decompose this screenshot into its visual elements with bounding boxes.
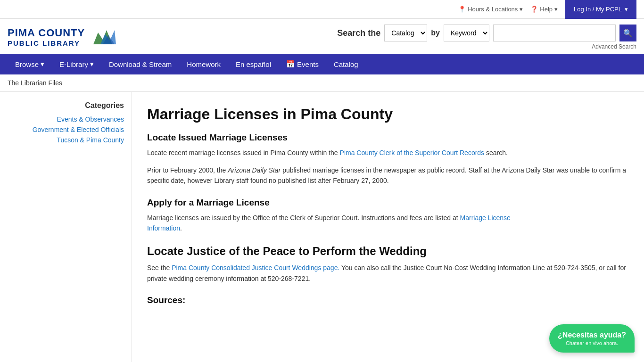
keyword-select[interactable]: Keyword [444, 25, 489, 41]
search-input[interactable] [493, 25, 616, 41]
article-paragraph-locate-2: Prior to February 2000, the Arizona Dail… [147, 165, 629, 186]
nav-homework-label: Homework [187, 60, 221, 68]
logo-pima: PIMA COUNTY [8, 27, 85, 39]
search-label: Search the [337, 28, 380, 38]
help-chevron: ▾ [554, 6, 558, 13]
nav-download-stream[interactable]: Download & Stream [101, 54, 179, 74]
help-link[interactable]: ❓ Help ▾ [530, 6, 558, 13]
advanced-search-link[interactable]: Advanced Search [592, 43, 636, 50]
search-area: Search the Catalog by Keyword 🔍 Advanced… [126, 25, 636, 50]
marriage-license-info-link[interactable]: Marriage LicenseInformation [147, 214, 511, 232]
list-item: Tucson & Pima County [8, 136, 124, 144]
nav-elibrary-arrow: ▾ [90, 60, 94, 68]
nav-elibrary-label: E-Library [59, 60, 88, 68]
article-section-justice: Locate Justice of the Peace to Perform t… [147, 245, 629, 284]
search-row: Search the Catalog by Keyword 🔍 [126, 25, 636, 41]
help-label: Help [540, 6, 553, 13]
nav-browse-arrow: ▾ [41, 60, 44, 68]
section-heading-locate: Locate Issued Marriage Licenses [147, 132, 629, 143]
sidebar-links: Events & Observances Government & Electe… [8, 115, 124, 144]
nav-elibrary[interactable]: E-Library ▾ [52, 54, 101, 74]
nav-events[interactable]: 📅 Events [279, 54, 326, 74]
hours-label: Hours & Locations [468, 6, 518, 13]
header: PIMA COUNTY PUBLIC LIBRARY Search the Ca… [0, 19, 644, 54]
nav-catalog[interactable]: Catalog [326, 54, 366, 74]
article-section-apply: Apply for a Marriage License Marriage li… [147, 197, 629, 234]
section-heading-apply: Apply for a Marriage License [147, 197, 629, 208]
article-title: Marriage Licenses in Pima County [147, 105, 629, 123]
logo-area: PIMA COUNTY PUBLIC LIBRARY [8, 25, 117, 49]
sidebar-link-government[interactable]: Government & Elected Officials [33, 126, 124, 133]
sidebar-title: Categories [8, 101, 124, 110]
nav-espanol[interactable]: En español [228, 54, 279, 74]
article-area: Marriage Licenses in Pima County Locate … [132, 92, 644, 362]
hours-chevron: ▾ [520, 6, 523, 13]
logo-text: PIMA COUNTY PUBLIC LIBRARY [8, 27, 85, 48]
section-heading-sources: Sources: [147, 295, 629, 305]
list-item: Events & Observances [8, 115, 124, 123]
superior-court-records-link[interactable]: Pima County Clerk of the Superior Court … [340, 149, 485, 156]
main-content: Categories Events & Observances Governme… [0, 92, 644, 362]
top-bar: 📍 Hours & Locations ▾ ❓ Help ▾ Log In / … [0, 0, 644, 19]
sidebar: Categories Events & Observances Governme… [0, 92, 132, 362]
list-item: Government & Elected Officials [8, 126, 124, 133]
article-section-sources: Sources: [147, 295, 629, 305]
section-heading-justice: Locate Justice of the Peace to Perform t… [147, 245, 629, 258]
help-icon: ❓ [530, 6, 538, 13]
article-paragraph-locate-1: Locate recent marriage licenses issued i… [147, 148, 629, 158]
chat-bubble[interactable]: ¿Necesitas ayuda? Chatear en vivo ahora. [549, 324, 635, 353]
nav-download-stream-label: Download & Stream [109, 60, 172, 68]
nav-homework[interactable]: Homework [179, 54, 228, 74]
article-paragraph-justice: See the Pima County Consolidated Justice… [147, 263, 629, 284]
nav-bar: Browse ▾ E-Library ▾ Download & Stream H… [0, 54, 644, 74]
login-arrow-icon: ▾ [625, 6, 628, 13]
nav-browse[interactable]: Browse ▾ [8, 54, 52, 74]
hours-locations-link[interactable]: 📍 Hours & Locations ▾ [458, 6, 523, 13]
calendar-icon: 📅 [286, 60, 295, 68]
nav-catalog-label: Catalog [334, 60, 358, 68]
nav-events-label: Events [297, 60, 319, 68]
logo-icon [89, 25, 117, 49]
sidebar-link-tucson[interactable]: Tucson & Pima County [57, 136, 124, 144]
article-section-locate: Locate Issued Marriage Licenses Locate r… [147, 132, 629, 186]
breadcrumb: The Librarian Files [0, 74, 644, 92]
chat-main-text: ¿Necesitas ayuda? [558, 331, 626, 339]
by-label: by [431, 29, 440, 37]
article-paragraph-apply: Marriage licenses are issued by the Offi… [147, 213, 629, 234]
search-icon: 🔍 [623, 29, 633, 38]
catalog-select[interactable]: Catalog [384, 25, 427, 41]
login-button[interactable]: Log In / My PCPL ▾ [565, 0, 636, 19]
search-button[interactable]: 🔍 [619, 25, 636, 41]
logo-public-library: PUBLIC LIBRARY [8, 39, 85, 48]
nav-browse-label: Browse [15, 60, 39, 68]
justice-court-link[interactable]: Pima County Consolidated Justice Court W… [172, 264, 339, 272]
login-label: Log In / My PCPL [574, 6, 622, 13]
chat-sub-text: Chatear en vivo ahora. [558, 340, 626, 346]
sidebar-link-events[interactable]: Events & Observances [57, 115, 124, 123]
nav-espanol-label: En español [236, 60, 271, 68]
breadcrumb-link[interactable]: The Librarian Files [8, 79, 62, 87]
location-icon: 📍 [458, 6, 466, 13]
